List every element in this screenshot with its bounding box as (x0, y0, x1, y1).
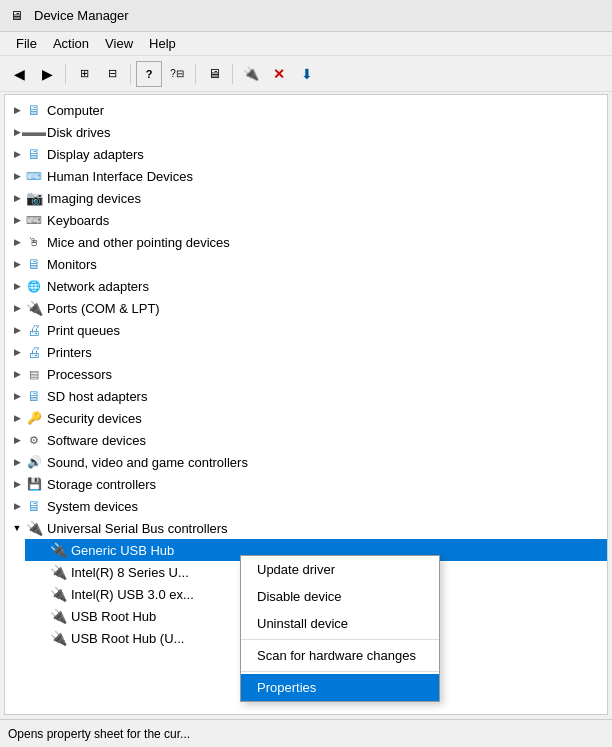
expand-storage[interactable]: ▶ (9, 476, 25, 492)
ports-icon: 🔌 (25, 299, 43, 317)
expand-print-queues[interactable]: ▶ (9, 322, 25, 338)
help2-button[interactable]: ?⊟ (164, 61, 190, 87)
computer-icon: 🖥 (25, 101, 43, 119)
usb-root-hub-u-label: USB Root Hub (U... (71, 631, 184, 646)
sd-label: SD host adapters (47, 389, 147, 404)
system-icon: 🖥 (25, 497, 43, 515)
software-icon: ⚙ (25, 431, 43, 449)
menu-view[interactable]: View (97, 34, 141, 53)
network-icon: 🌐 (25, 277, 43, 295)
toolbar: ◀ ▶ ⊞ ⊟ ? ?⊟ 🖥 🔌 ✕ ⬇ (0, 56, 612, 92)
software-label: Software devices (47, 433, 146, 448)
tree-item-display[interactable]: ▶ 🖥 Display adapters (5, 143, 607, 165)
monitor-icon: 🖥 (25, 255, 43, 273)
expand-monitors[interactable]: ▶ (9, 256, 25, 272)
expand-generic-usb (33, 542, 49, 558)
tree-item-imaging[interactable]: ▶ 📷 Imaging devices (5, 187, 607, 209)
context-properties[interactable]: Properties (241, 674, 439, 701)
help-button[interactable]: ? (136, 61, 162, 87)
expand-network[interactable]: ▶ (9, 278, 25, 294)
security-icon: 🔑 (25, 409, 43, 427)
disk-icon: ▬▬ (25, 123, 43, 141)
expand-intel8 (33, 564, 49, 580)
security-label: Security devices (47, 411, 142, 426)
tree-item-sound[interactable]: ▶ 🔊 Sound, video and game controllers (5, 451, 607, 473)
toolbar-separator-2 (130, 64, 131, 84)
expand-usb-root-hub (33, 608, 49, 624)
context-uninstall-device[interactable]: Uninstall device (241, 610, 439, 637)
tree-item-network[interactable]: ▶ 🌐 Network adapters (5, 275, 607, 297)
expand-security[interactable]: ▶ (9, 410, 25, 426)
tree-item-hid[interactable]: ▶ ⌨ Human Interface Devices (5, 165, 607, 187)
expand-ports[interactable]: ▶ (9, 300, 25, 316)
expand-sound[interactable]: ▶ (9, 454, 25, 470)
storage-label: Storage controllers (47, 477, 156, 492)
expand-keyboards[interactable]: ▶ (9, 212, 25, 228)
properties-button[interactable]: ⊞ (71, 61, 97, 87)
expand-computer[interactable]: ▶ (9, 102, 25, 118)
update-button[interactable]: ⬇ (294, 61, 320, 87)
imaging-label: Imaging devices (47, 191, 141, 206)
sd-icon: 🖥 (25, 387, 43, 405)
tree-item-print-queues[interactable]: ▶ 🖨 Print queues (5, 319, 607, 341)
tree-item-computer[interactable]: ▶ 🖥 Computer (5, 99, 607, 121)
printer-icon: 🖨 (25, 343, 43, 361)
tree-item-disk-drives[interactable]: ▶ ▬▬ Disk drives (5, 121, 607, 143)
tree-item-sd-host[interactable]: ▶ 🖥 SD host adapters (5, 385, 607, 407)
tree-item-software[interactable]: ▶ ⚙ Software devices (5, 429, 607, 451)
expand-sd[interactable]: ▶ (9, 388, 25, 404)
tree-item-keyboards[interactable]: ▶ ⌨ Keyboards (5, 209, 607, 231)
expand-mice[interactable]: ▶ (9, 234, 25, 250)
keyboards-label: Keyboards (47, 213, 109, 228)
expand-display[interactable]: ▶ (9, 146, 25, 162)
menu-file[interactable]: File (8, 34, 45, 53)
tree-item-system[interactable]: ▶ 🖥 System devices (5, 495, 607, 517)
tree-item-processors[interactable]: ▶ ▤ Processors (5, 363, 607, 385)
menu-help[interactable]: Help (141, 34, 184, 53)
context-update-driver[interactable]: Update driver (241, 556, 439, 583)
expand-printers[interactable]: ▶ (9, 344, 25, 360)
intel8-icon: 🔌 (49, 563, 67, 581)
tree-item-printers[interactable]: ▶ 🖨 Printers (5, 341, 607, 363)
computer-label: Computer (47, 103, 104, 118)
toolbar-separator-1 (65, 64, 66, 84)
expand-usb[interactable]: ▼ (9, 520, 25, 536)
properties2-button[interactable]: ⊟ (99, 61, 125, 87)
sound-label: Sound, video and game controllers (47, 455, 248, 470)
usb-root-hub-label: USB Root Hub (71, 609, 156, 624)
tree-item-usb[interactable]: ▼ 🔌 Universal Serial Bus controllers (5, 517, 607, 539)
printers-label: Printers (47, 345, 92, 360)
forward-button[interactable]: ▶ (34, 61, 60, 87)
intel8-label: Intel(R) 8 Series U... (71, 565, 189, 580)
title-bar: 🖥 Device Manager (0, 0, 612, 32)
toolbar-separator-3 (195, 64, 196, 84)
expand-system[interactable]: ▶ (9, 498, 25, 514)
remove-button[interactable]: ✕ (266, 61, 292, 87)
expand-hid[interactable]: ▶ (9, 168, 25, 184)
back-button[interactable]: ◀ (6, 61, 32, 87)
processor-icon: ▤ (25, 365, 43, 383)
context-scan-hardware[interactable]: Scan for hardware changes (241, 642, 439, 669)
tree-item-mice[interactable]: ▶ 🖱 Mice and other pointing devices (5, 231, 607, 253)
hid-label: Human Interface Devices (47, 169, 193, 184)
expand-software[interactable]: ▶ (9, 432, 25, 448)
app-icon: 🖥 (10, 8, 26, 24)
tree-item-ports[interactable]: ▶ 🔌 Ports (COM & LPT) (5, 297, 607, 319)
print-queue-icon: 🖨 (25, 321, 43, 339)
context-separator-1 (241, 639, 439, 640)
tree-item-security[interactable]: ▶ 🔑 Security devices (5, 407, 607, 429)
monitor-button[interactable]: 🖥 (201, 61, 227, 87)
expand-imaging[interactable]: ▶ (9, 190, 25, 206)
storage-icon: 💾 (25, 475, 43, 493)
keyboard-icon: ⌨ (25, 211, 43, 229)
tree-item-monitors[interactable]: ▶ 🖥 Monitors (5, 253, 607, 275)
hid-icon: ⌨ (25, 167, 43, 185)
tree-item-storage[interactable]: ▶ 💾 Storage controllers (5, 473, 607, 495)
generic-usb-hub-label: Generic USB Hub (71, 543, 174, 558)
add-device-button[interactable]: 🔌 (238, 61, 264, 87)
expand-processors[interactable]: ▶ (9, 366, 25, 382)
context-disable-device[interactable]: Disable device (241, 583, 439, 610)
display-label: Display adapters (47, 147, 144, 162)
system-label: System devices (47, 499, 138, 514)
menu-action[interactable]: Action (45, 34, 97, 53)
